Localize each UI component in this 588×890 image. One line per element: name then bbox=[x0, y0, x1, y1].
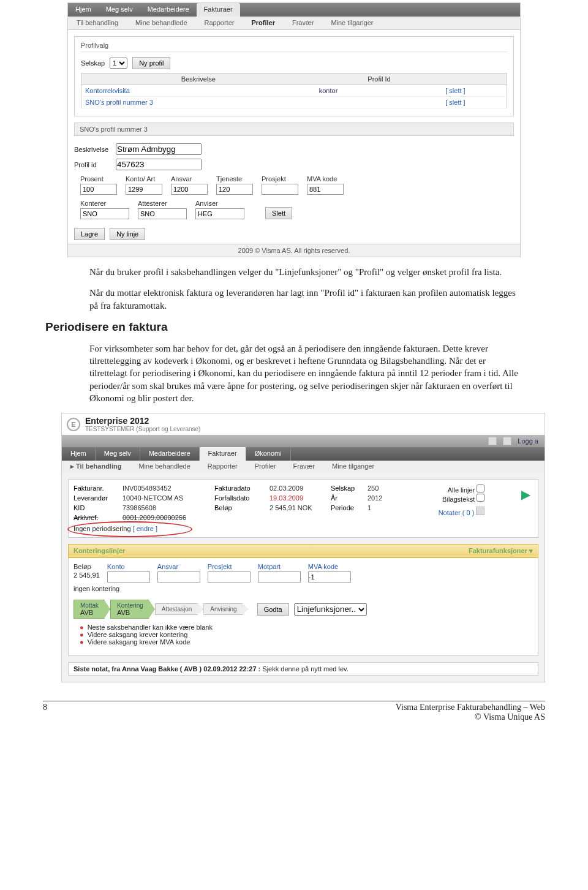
main-tab-fakturaer[interactable]: Fakturaer bbox=[197, 3, 240, 17]
table-row: Kontorrekvisitakontor[ slett ] bbox=[81, 85, 507, 97]
subtab[interactable]: Profiler bbox=[243, 17, 284, 29]
main-tabs: HjemMeg selvMedarbeidereFakturaer bbox=[68, 3, 520, 17]
lbl-arkivref: Arkivref. bbox=[74, 514, 116, 521]
field-input[interactable] bbox=[258, 571, 301, 583]
main-tab-meg selv[interactable]: Meg selv bbox=[99, 3, 140, 17]
lbl-allelinjer: Alle linjer bbox=[448, 486, 475, 494]
field-input[interactable] bbox=[138, 208, 187, 219]
field-label: Ansvar bbox=[171, 175, 208, 183]
field-label: Konto bbox=[107, 563, 150, 570]
lbl-periode: Periode bbox=[331, 504, 361, 511]
subtab[interactable]: Fravær bbox=[284, 17, 322, 29]
document-icon[interactable] bbox=[476, 507, 484, 515]
endre-link[interactable]: [ endre ] bbox=[133, 525, 157, 532]
field-input[interactable] bbox=[195, 208, 244, 219]
field-label: Attesterer bbox=[138, 200, 187, 207]
subtab[interactable]: Til behandling bbox=[68, 17, 127, 29]
konteringslinjer-header: Konteringslinjer Fakturafunksjoner ▾ bbox=[68, 544, 538, 558]
sub-tabs: Til behandlingMine behandledeRapporterPr… bbox=[68, 17, 520, 30]
subtab2[interactable]: Rapporter bbox=[199, 461, 246, 473]
profile-name-cell[interactable]: Kontorrekvisita bbox=[81, 85, 315, 97]
field-input[interactable] bbox=[262, 184, 298, 195]
field-label: Konterer bbox=[80, 200, 129, 207]
val-fakturadato: 02.03.2009 bbox=[270, 485, 325, 492]
main-tab2[interactable]: Meg selv bbox=[96, 447, 140, 461]
kont-field: Beløp2 545,91 bbox=[74, 563, 100, 583]
subtab2[interactable]: Mine tilganger bbox=[323, 461, 383, 473]
field-input[interactable] bbox=[171, 184, 208, 195]
periodisering-text: Ingen periodisering bbox=[74, 525, 131, 532]
play-icon[interactable]: ▶ bbox=[521, 488, 530, 501]
th-profilid: Profil Id bbox=[315, 74, 443, 85]
kont-field: Konto bbox=[107, 563, 150, 583]
val-forfallsdato: 19.03.2009 bbox=[270, 494, 325, 502]
footer-line2: © Visma Unique AS bbox=[396, 712, 545, 722]
field-input[interactable] bbox=[208, 571, 251, 583]
main-tab2[interactable]: Medarbeidere bbox=[140, 447, 200, 461]
beskrivelse-input[interactable] bbox=[116, 143, 202, 155]
main-tab2[interactable]: Hjem bbox=[62, 447, 96, 461]
lbl-bilagstekst: Bilagstekst bbox=[442, 496, 475, 503]
gear-icon[interactable] bbox=[488, 437, 497, 445]
field-input[interactable] bbox=[216, 184, 253, 195]
kont-field: MVA kode bbox=[308, 563, 351, 583]
slett-link[interactable]: [ slett ] bbox=[443, 85, 507, 97]
field-label: Prosjekt bbox=[208, 563, 251, 570]
field-label: Prosent bbox=[80, 175, 117, 183]
profilid-input[interactable] bbox=[116, 159, 202, 170]
konteringslinjer-title: Konteringslinjer bbox=[74, 547, 125, 555]
main-tab2[interactable]: Fakturaer bbox=[200, 447, 246, 461]
logg-link[interactable]: Logg a bbox=[518, 437, 538, 445]
field-input[interactable] bbox=[80, 208, 129, 219]
nylinje-button[interactable]: Ny linje bbox=[110, 228, 145, 240]
right-options: Alle linjer Bilagstekst Notater ( 0 ) bbox=[439, 485, 485, 521]
slett-button[interactable]: Slett bbox=[265, 207, 292, 219]
lagre-button[interactable]: Lagre bbox=[74, 228, 105, 240]
sub-tabs-2: ▸ Til behandlingMine behandledeRapporter… bbox=[62, 461, 545, 473]
bilagstekst-checkbox[interactable] bbox=[477, 494, 484, 502]
main-tab-medarbeidere[interactable]: Medarbeidere bbox=[140, 3, 197, 17]
lbl-fakturadato: Fakturadato bbox=[214, 485, 263, 492]
profiler-screenshot: HjemMeg selvMedarbeidereFakturaer Til be… bbox=[67, 2, 521, 257]
linjefunksjoner-select[interactable]: Linjefunksjoner.. bbox=[294, 603, 367, 616]
footer-line1: Visma Enterprise Fakturabehandling – Web bbox=[396, 703, 545, 712]
selskap-label: Selskap bbox=[81, 59, 105, 67]
subtab[interactable]: Mine tilganger bbox=[322, 17, 382, 29]
workflow-step: KonteringAVB bbox=[110, 600, 155, 619]
lbl-fakturanr: Fakturanr. bbox=[74, 485, 116, 492]
field-tjeneste: Tjeneste bbox=[216, 175, 253, 195]
subtab[interactable]: Rapporter bbox=[196, 17, 243, 29]
main-tab-hjem[interactable]: Hjem bbox=[68, 3, 99, 17]
field-input[interactable] bbox=[107, 571, 150, 583]
subtab2[interactable]: Mine behandlede bbox=[130, 461, 198, 473]
field-konterer: Konterer bbox=[80, 200, 129, 219]
subtab2[interactable]: Profiler bbox=[246, 461, 285, 473]
kont-field: Ansvar bbox=[157, 563, 200, 583]
profilid-label: Profil id bbox=[74, 161, 111, 168]
notater-link[interactable]: Notater ( 0 ) bbox=[439, 509, 475, 516]
periodisering-line: Ingen periodisering [ endre ] bbox=[74, 525, 533, 532]
note-heading: Siste notat, fra Anna Vaag Bakke ( AVB )… bbox=[74, 665, 260, 673]
paragraph: Når du mottar elektronisk faktura og lev… bbox=[89, 287, 521, 312]
fakturafunksjoner-toggle[interactable]: Fakturafunksjoner ▾ bbox=[469, 547, 533, 555]
main-tab2[interactable]: Økonomi bbox=[246, 447, 291, 461]
subtab[interactable]: Mine behandlede bbox=[127, 17, 195, 29]
field-input[interactable] bbox=[307, 184, 344, 195]
profile-name-cell[interactable]: SNO's profil nummer 3 bbox=[81, 97, 315, 108]
field-input[interactable] bbox=[80, 184, 117, 195]
slett-link[interactable]: [ slett ] bbox=[443, 97, 507, 108]
subtab2[interactable]: Fravær bbox=[285, 461, 323, 473]
alle-linjer-checkbox[interactable] bbox=[477, 485, 484, 492]
subtab2[interactable]: ▸ Til behandling bbox=[62, 461, 130, 473]
field-input[interactable] bbox=[308, 571, 351, 583]
godta-button[interactable]: Godta bbox=[257, 603, 289, 616]
field-input[interactable] bbox=[126, 184, 162, 195]
val-arkivref: 0001.2009.00000266 bbox=[123, 514, 208, 521]
workflow-steps: MottakAVBKonteringAVBAttestasjonAnvisnin… bbox=[74, 600, 533, 619]
user-icon[interactable] bbox=[503, 437, 511, 445]
selskap-select[interactable]: 1 bbox=[110, 58, 127, 69]
ny-profil-button[interactable]: Ny profil bbox=[132, 57, 170, 69]
field-value: 2 545,91 bbox=[74, 571, 100, 579]
field-input[interactable] bbox=[157, 571, 200, 583]
lbl-selskap: Selskap bbox=[331, 485, 361, 492]
